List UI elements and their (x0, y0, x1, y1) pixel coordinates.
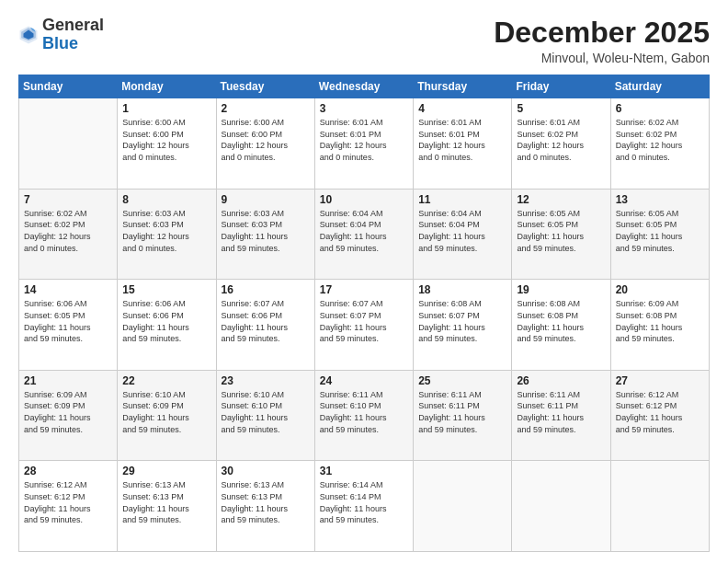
day-number: 9 (222, 193, 310, 206)
day-info: Sunrise: 6:10 AM Sunset: 6:09 PM Dayligh… (122, 389, 210, 435)
day-info: Sunrise: 6:14 AM Sunset: 6:14 PM Dayligh… (320, 479, 408, 525)
day-info: Sunrise: 6:08 AM Sunset: 6:07 PM Dayligh… (418, 298, 506, 344)
calendar-week-row: 21Sunrise: 6:09 AM Sunset: 6:09 PM Dayli… (19, 370, 710, 461)
day-info: Sunrise: 6:06 AM Sunset: 6:06 PM Dayligh… (122, 298, 210, 344)
page: General Blue December 2025 Minvoul, Wole… (0, 0, 728, 563)
day-info: Sunrise: 6:07 AM Sunset: 6:07 PM Dayligh… (320, 298, 408, 344)
day-number: 28 (24, 465, 112, 477)
day-number: 25 (418, 374, 506, 387)
day-number: 2 (222, 102, 310, 115)
day-header-sunday: Sunday (19, 75, 118, 98)
day-info: Sunrise: 6:01 AM Sunset: 6:01 PM Dayligh… (418, 117, 506, 163)
day-info: Sunrise: 6:01 AM Sunset: 6:02 PM Dayligh… (517, 117, 605, 163)
day-header-wednesday: Wednesday (314, 75, 413, 98)
day-number: 19 (517, 283, 605, 296)
calendar-cell: 7Sunrise: 6:02 AM Sunset: 6:02 PM Daylig… (19, 189, 118, 280)
title-block: December 2025 Minvoul, Woleu-Ntem, Gabon (494, 17, 710, 65)
calendar-week-row: 1Sunrise: 6:00 AM Sunset: 6:00 PM Daylig… (19, 98, 710, 190)
day-number: 14 (24, 283, 112, 296)
calendar-cell: 10Sunrise: 6:04 AM Sunset: 6:04 PM Dayli… (314, 189, 413, 280)
day-header-tuesday: Tuesday (216, 75, 314, 98)
day-info: Sunrise: 6:10 AM Sunset: 6:10 PM Dayligh… (222, 389, 310, 435)
day-info: Sunrise: 6:05 AM Sunset: 6:05 PM Dayligh… (616, 208, 704, 254)
calendar-cell (414, 461, 512, 552)
calendar-cell: 31Sunrise: 6:14 AM Sunset: 6:14 PM Dayli… (314, 461, 413, 552)
day-number: 22 (122, 374, 210, 387)
calendar-cell: 25Sunrise: 6:11 AM Sunset: 6:11 PM Dayli… (414, 370, 512, 461)
day-number: 1 (122, 102, 210, 115)
calendar-cell: 27Sunrise: 6:12 AM Sunset: 6:12 PM Dayli… (610, 370, 709, 461)
calendar-cell: 4Sunrise: 6:01 AM Sunset: 6:01 PM Daylig… (414, 98, 512, 190)
calendar-cell: 29Sunrise: 6:13 AM Sunset: 6:13 PM Dayli… (118, 461, 216, 552)
day-info: Sunrise: 6:03 AM Sunset: 6:03 PM Dayligh… (222, 208, 310, 254)
day-header-monday: Monday (118, 75, 216, 98)
calendar-cell: 12Sunrise: 6:05 AM Sunset: 6:05 PM Dayli… (512, 189, 610, 280)
day-info: Sunrise: 6:13 AM Sunset: 6:13 PM Dayligh… (122, 479, 210, 525)
month-title: December 2025 (494, 17, 710, 49)
day-number: 6 (616, 102, 704, 115)
calendar-cell: 21Sunrise: 6:09 AM Sunset: 6:09 PM Dayli… (19, 370, 118, 461)
day-number: 29 (122, 465, 210, 477)
calendar-cell (19, 98, 118, 190)
day-info: Sunrise: 6:04 AM Sunset: 6:04 PM Dayligh… (320, 208, 408, 254)
calendar: SundayMondayTuesdayWednesdayThursdayFrid… (18, 75, 710, 552)
calendar-cell: 1Sunrise: 6:00 AM Sunset: 6:00 PM Daylig… (118, 98, 216, 190)
calendar-cell: 9Sunrise: 6:03 AM Sunset: 6:03 PM Daylig… (216, 189, 314, 280)
day-info: Sunrise: 6:08 AM Sunset: 6:08 PM Dayligh… (517, 298, 605, 344)
day-number: 4 (418, 102, 506, 115)
calendar-cell: 11Sunrise: 6:04 AM Sunset: 6:04 PM Dayli… (414, 189, 512, 280)
day-number: 21 (24, 374, 112, 387)
calendar-header-row: SundayMondayTuesdayWednesdayThursdayFrid… (19, 75, 710, 98)
day-number: 5 (517, 102, 605, 115)
day-header-thursday: Thursday (414, 75, 512, 98)
day-info: Sunrise: 6:06 AM Sunset: 6:05 PM Dayligh… (24, 298, 112, 344)
day-number: 24 (320, 374, 408, 387)
calendar-cell (610, 461, 709, 552)
day-number: 31 (320, 465, 408, 477)
calendar-cell: 8Sunrise: 6:03 AM Sunset: 6:03 PM Daylig… (118, 189, 216, 280)
day-info: Sunrise: 6:00 AM Sunset: 6:00 PM Dayligh… (122, 117, 210, 163)
calendar-cell: 28Sunrise: 6:12 AM Sunset: 6:12 PM Dayli… (19, 461, 118, 552)
day-number: 15 (122, 283, 210, 296)
day-number: 20 (616, 283, 704, 296)
calendar-cell: 3Sunrise: 6:01 AM Sunset: 6:01 PM Daylig… (314, 98, 413, 190)
calendar-cell: 13Sunrise: 6:05 AM Sunset: 6:05 PM Dayli… (610, 189, 709, 280)
logo: General Blue (18, 17, 104, 53)
day-info: Sunrise: 6:03 AM Sunset: 6:03 PM Dayligh… (122, 208, 210, 254)
day-info: Sunrise: 6:09 AM Sunset: 6:08 PM Dayligh… (616, 298, 704, 344)
calendar-cell: 19Sunrise: 6:08 AM Sunset: 6:08 PM Dayli… (512, 280, 610, 371)
day-info: Sunrise: 6:13 AM Sunset: 6:13 PM Dayligh… (222, 479, 310, 525)
calendar-cell: 20Sunrise: 6:09 AM Sunset: 6:08 PM Dayli… (610, 280, 709, 371)
calendar-week-row: 28Sunrise: 6:12 AM Sunset: 6:12 PM Dayli… (19, 461, 710, 552)
calendar-cell: 17Sunrise: 6:07 AM Sunset: 6:07 PM Dayli… (314, 280, 413, 371)
day-number: 11 (418, 193, 506, 206)
calendar-cell: 14Sunrise: 6:06 AM Sunset: 6:05 PM Dayli… (19, 280, 118, 371)
calendar-cell: 22Sunrise: 6:10 AM Sunset: 6:09 PM Dayli… (118, 370, 216, 461)
day-info: Sunrise: 6:12 AM Sunset: 6:12 PM Dayligh… (24, 479, 112, 525)
calendar-cell: 18Sunrise: 6:08 AM Sunset: 6:07 PM Dayli… (414, 280, 512, 371)
day-number: 18 (418, 283, 506, 296)
calendar-cell: 15Sunrise: 6:06 AM Sunset: 6:06 PM Dayli… (118, 280, 216, 371)
day-info: Sunrise: 6:07 AM Sunset: 6:06 PM Dayligh… (222, 298, 310, 344)
day-number: 8 (122, 193, 210, 206)
day-info: Sunrise: 6:02 AM Sunset: 6:02 PM Dayligh… (616, 117, 704, 163)
calendar-cell: 26Sunrise: 6:11 AM Sunset: 6:11 PM Dayli… (512, 370, 610, 461)
day-info: Sunrise: 6:11 AM Sunset: 6:11 PM Dayligh… (517, 389, 605, 435)
day-number: 23 (222, 374, 310, 387)
day-header-friday: Friday (512, 75, 610, 98)
day-number: 12 (517, 193, 605, 206)
day-info: Sunrise: 6:11 AM Sunset: 6:10 PM Dayligh… (320, 389, 408, 435)
day-number: 10 (320, 193, 408, 206)
day-info: Sunrise: 6:00 AM Sunset: 6:00 PM Dayligh… (222, 117, 310, 163)
logo-icon (18, 25, 39, 45)
day-header-saturday: Saturday (610, 75, 709, 98)
calendar-cell: 5Sunrise: 6:01 AM Sunset: 6:02 PM Daylig… (512, 98, 610, 190)
day-number: 27 (616, 374, 704, 387)
calendar-cell: 23Sunrise: 6:10 AM Sunset: 6:10 PM Dayli… (216, 370, 314, 461)
day-info: Sunrise: 6:01 AM Sunset: 6:01 PM Dayligh… (320, 117, 408, 163)
calendar-cell: 6Sunrise: 6:02 AM Sunset: 6:02 PM Daylig… (610, 98, 709, 190)
calendar-cell (512, 461, 610, 552)
day-number: 3 (320, 102, 408, 115)
day-number: 17 (320, 283, 408, 296)
day-info: Sunrise: 6:04 AM Sunset: 6:04 PM Dayligh… (418, 208, 506, 254)
